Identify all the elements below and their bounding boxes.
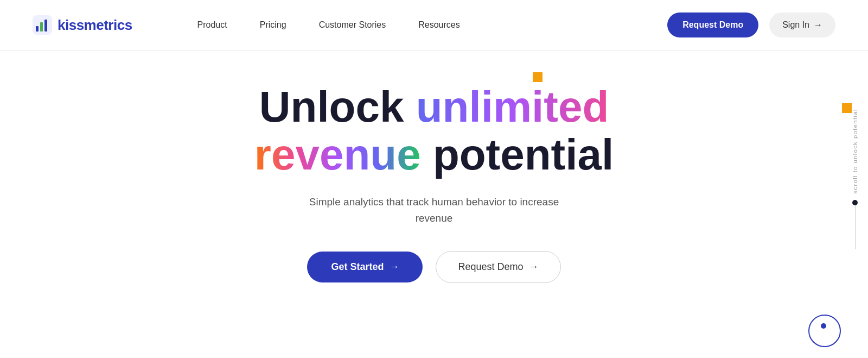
scroll-label: scroll to unlock potential bbox=[852, 109, 858, 193]
nav-customer-stories[interactable]: Customer Stories bbox=[319, 20, 386, 30]
hero-buttons: Get Started → Request Demo → bbox=[307, 251, 560, 283]
logo-link[interactable]: kissmetrics bbox=[33, 15, 132, 35]
hero-request-demo-label: Request Demo bbox=[458, 261, 523, 273]
sign-in-arrow-icon: → bbox=[814, 20, 822, 30]
sign-in-label: Sign In bbox=[782, 20, 809, 30]
svg-rect-2 bbox=[40, 22, 43, 32]
get-started-label: Get Started bbox=[331, 261, 384, 273]
nav-resources[interactable]: Resources bbox=[418, 20, 459, 30]
hero-section: Unlock unlimited revenue potential Simpl… bbox=[0, 51, 868, 305]
nav-sign-in-button[interactable]: Sign In → bbox=[769, 12, 835, 37]
nav-links: Product Pricing Customer Stories Resourc… bbox=[197, 20, 460, 30]
hero-request-demo-button[interactable]: Request Demo → bbox=[436, 251, 560, 283]
svg-rect-3 bbox=[44, 20, 47, 32]
nav-actions: Request Demo Sign In → bbox=[667, 12, 835, 37]
deco-orange-square-right bbox=[842, 103, 852, 113]
navbar: kissmetrics Product Pricing Customer Sto… bbox=[0, 0, 868, 51]
get-started-button[interactable]: Get Started → bbox=[307, 252, 423, 282]
hero-title-word-revenue: revenue bbox=[254, 130, 421, 179]
hero-title-word-unlock: Unlock bbox=[259, 83, 404, 131]
scroll-line bbox=[855, 205, 856, 249]
scroll-indicator: scroll to unlock potential bbox=[852, 109, 858, 249]
hero-title-word-potential: potential bbox=[433, 130, 614, 179]
nav-product[interactable]: Product bbox=[197, 20, 227, 30]
nav-pricing[interactable]: Pricing bbox=[260, 20, 286, 30]
hero-subtitle: Simple analytics that track human behavi… bbox=[293, 194, 575, 227]
get-started-arrow-icon: → bbox=[389, 261, 399, 273]
deco-orange-square-top bbox=[533, 72, 542, 82]
hero-title-word-unlimited: unlimited bbox=[416, 83, 609, 131]
deco-blue-circle bbox=[808, 315, 841, 347]
nav-request-demo-button[interactable]: Request Demo bbox=[667, 12, 758, 37]
scroll-dot bbox=[852, 200, 858, 205]
hero-title: Unlock unlimited revenue potential bbox=[254, 83, 614, 179]
logo-text: kissmetrics bbox=[58, 17, 132, 34]
hero-request-demo-arrow-icon: → bbox=[529, 261, 539, 273]
svg-rect-1 bbox=[36, 26, 39, 32]
kissmetrics-logo-icon bbox=[33, 15, 52, 35]
